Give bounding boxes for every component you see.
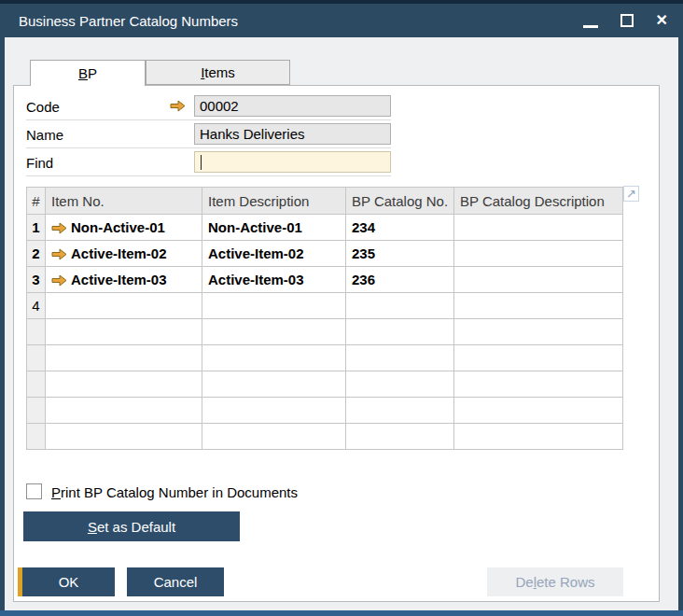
cancel-button[interactable]: Cancel bbox=[127, 567, 224, 596]
col-header-bp-catalog-description: BP Catalog Description bbox=[454, 188, 623, 215]
table-row: 4 bbox=[27, 293, 623, 319]
item-description-cell[interactable] bbox=[202, 319, 346, 345]
bp-catalog-description-cell[interactable] bbox=[454, 345, 623, 371]
item-no-cell[interactable]: Non-Active-01 bbox=[46, 215, 202, 241]
item-description-cell[interactable]: Active-Item-02 bbox=[202, 241, 346, 267]
item-description-cell[interactable] bbox=[202, 371, 346, 398]
delete-rows-post: ete Rows bbox=[537, 574, 595, 590]
bp-catalog-no-cell[interactable]: 234 bbox=[346, 215, 454, 241]
bp-catalog-no-cell[interactable] bbox=[346, 319, 454, 345]
window-title: Business Partner Catalog Numbers bbox=[19, 4, 238, 37]
tab-items-label-post: tems bbox=[204, 64, 235, 80]
row-number-cell[interactable] bbox=[27, 345, 46, 371]
find-input[interactable] bbox=[194, 151, 391, 173]
row-number-cell[interactable] bbox=[27, 398, 46, 424]
item-no-cell[interactable]: Active-Item-03 bbox=[46, 267, 202, 293]
row-number-cell[interactable]: 3 bbox=[27, 267, 46, 293]
table-row: 1 Non-Active-01 Non-Active-01 234 bbox=[27, 215, 623, 241]
item-no-value: Non-Active-01 bbox=[71, 219, 165, 235]
table-row-empty bbox=[27, 371, 623, 398]
col-header-item-description: Item Description bbox=[202, 188, 346, 215]
tab-bp-label-post: P bbox=[88, 65, 97, 81]
bp-catalog-no-cell[interactable]: 235 bbox=[346, 241, 454, 267]
item-description-cell[interactable]: Non-Active-01 bbox=[202, 215, 346, 241]
row-number-cell[interactable] bbox=[27, 319, 46, 345]
bp-catalog-description-cell[interactable] bbox=[454, 293, 623, 319]
code-field: 00002 bbox=[194, 95, 391, 117]
bp-catalog-description-cell[interactable] bbox=[454, 319, 623, 345]
bp-catalog-description-cell[interactable] bbox=[454, 241, 623, 267]
form-row-divider bbox=[26, 147, 391, 148]
bp-catalog-description-cell[interactable] bbox=[454, 424, 623, 450]
title-bar: Business Partner Catalog Numbers ✕ bbox=[0, 0, 683, 37]
col-header-num: # bbox=[27, 188, 46, 215]
tab-bp[interactable]: BP bbox=[30, 60, 146, 86]
set-default-key: S bbox=[88, 519, 97, 535]
item-link-arrow-icon[interactable] bbox=[51, 222, 67, 234]
name-label: Name bbox=[26, 127, 63, 143]
bp-catalog-no-cell[interactable] bbox=[346, 398, 454, 424]
delete-rows-button[interactable]: Delete Rows bbox=[487, 567, 623, 596]
dialog-business-partner-catalog-numbers: Business Partner Catalog Numbers ✕ BP It… bbox=[0, 0, 683, 616]
text-cursor bbox=[201, 155, 202, 170]
row-number-cell[interactable]: 2 bbox=[27, 241, 46, 267]
row-number-cell[interactable] bbox=[27, 424, 46, 450]
table-row-empty bbox=[27, 319, 623, 345]
window-border-bottom bbox=[0, 610, 683, 616]
col-header-item-no: Item No. bbox=[46, 188, 202, 215]
table-row-empty bbox=[27, 345, 623, 371]
row-number-cell[interactable]: 1 bbox=[27, 215, 46, 241]
form-row-divider bbox=[26, 175, 391, 176]
cb-label-key: P bbox=[51, 484, 61, 500]
cb-label-post: rint BP Catalog Number in Documents bbox=[61, 484, 298, 500]
code-link-arrow-icon[interactable] bbox=[170, 100, 186, 112]
item-description-cell[interactable] bbox=[202, 293, 346, 319]
bp-catalog-no-cell[interactable]: 236 bbox=[346, 267, 454, 293]
find-label: Find bbox=[26, 155, 53, 171]
row-number-cell[interactable]: 4 bbox=[27, 293, 46, 319]
item-link-arrow-icon[interactable] bbox=[51, 248, 67, 260]
item-no-cell[interactable] bbox=[46, 293, 202, 319]
tab-bp-label-key: B bbox=[78, 65, 88, 81]
item-description-cell[interactable] bbox=[202, 424, 346, 450]
bp-catalog-no-cell[interactable] bbox=[346, 293, 454, 319]
expand-table-icon[interactable]: ↗ bbox=[623, 186, 639, 202]
minimize-icon[interactable] bbox=[583, 25, 598, 28]
print-bp-catalog-checkbox[interactable] bbox=[26, 483, 42, 499]
table-row-empty bbox=[27, 398, 623, 424]
item-no-cell[interactable]: Active-Item-02 bbox=[46, 241, 202, 267]
table-row-empty bbox=[27, 424, 623, 450]
close-icon[interactable]: ✕ bbox=[656, 13, 668, 28]
row-number-cell[interactable] bbox=[27, 371, 46, 398]
bp-catalog-description-cell[interactable] bbox=[454, 398, 623, 424]
set-as-default-button[interactable]: Set as Default bbox=[23, 511, 240, 541]
table-row: 2 Active-Item-02 Active-Item-02 235 bbox=[27, 241, 623, 267]
item-no-cell[interactable] bbox=[46, 371, 202, 398]
bp-catalog-no-cell[interactable] bbox=[346, 424, 454, 450]
item-no-cell[interactable] bbox=[46, 424, 202, 450]
print-bp-catalog-checkbox-label: Print BP Catalog Number in Documents bbox=[51, 484, 298, 500]
bp-catalog-description-cell[interactable] bbox=[454, 215, 623, 241]
item-no-cell[interactable] bbox=[46, 319, 202, 345]
table-header-row: # Item No. Item Description BP Catalog N… bbox=[27, 188, 623, 215]
set-default-post: et as Default bbox=[97, 519, 175, 535]
item-description-cell[interactable] bbox=[202, 345, 346, 371]
item-no-cell[interactable] bbox=[46, 345, 202, 371]
bp-catalog-no-cell[interactable] bbox=[346, 371, 454, 398]
col-header-bp-catalog-no: BP Catalog No. bbox=[346, 188, 454, 215]
delete-rows-pre: De bbox=[515, 574, 533, 590]
item-no-value: Active-Item-03 bbox=[71, 272, 167, 287]
maximize-icon[interactable] bbox=[620, 14, 634, 27]
window-border-right bbox=[678, 37, 683, 610]
bp-catalog-description-cell[interactable] bbox=[454, 267, 623, 293]
bp-catalog-description-cell[interactable] bbox=[454, 371, 623, 398]
tab-items[interactable]: Items bbox=[146, 60, 290, 85]
ok-button[interactable]: OK bbox=[18, 567, 115, 596]
item-description-cell[interactable]: Active-Item-03 bbox=[202, 267, 346, 293]
item-link-arrow-icon[interactable] bbox=[51, 274, 67, 287]
code-label: Code bbox=[26, 99, 60, 115]
item-description-cell[interactable] bbox=[202, 398, 346, 424]
window-controls: ✕ bbox=[583, 4, 668, 37]
item-no-cell[interactable] bbox=[46, 398, 202, 424]
bp-catalog-no-cell[interactable] bbox=[346, 345, 454, 371]
